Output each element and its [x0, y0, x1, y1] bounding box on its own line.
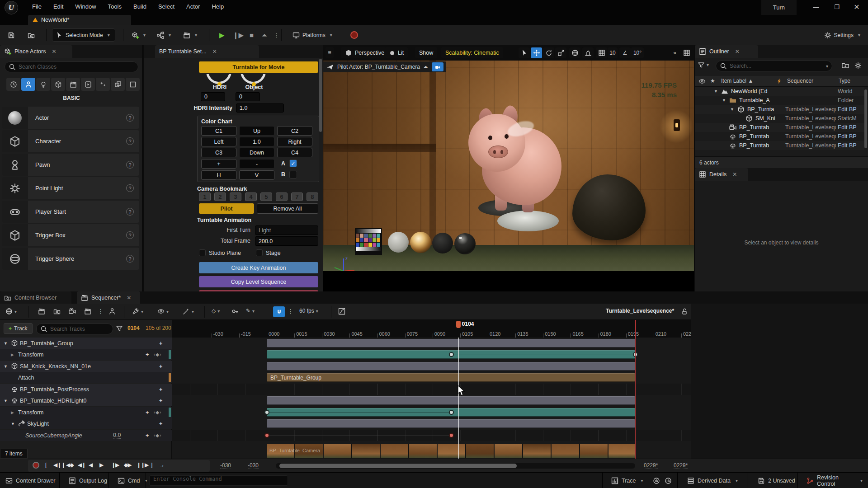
playback-options-icon[interactable]: ▾ — [183, 308, 194, 315]
expander-icon[interactable]: ▼ — [4, 364, 8, 369]
color-chart-c4-button[interactable]: C4 — [277, 148, 312, 157]
render-options-icon[interactable]: ⋮ — [98, 308, 104, 314]
timeline-ruler[interactable]: -030-01500000015003000450060007500900105… — [172, 320, 691, 338]
toolbar-overflow-icon[interactable]: » — [669, 47, 680, 58]
step-forward-icon[interactable]: ❙▶ — [111, 460, 119, 469]
derived-data-dropdown[interactable]: Derived Data▾ — [682, 473, 743, 488]
track-row-bp_turntable_group[interactable]: ▼BP_Turntable_Group+ — [0, 338, 172, 349]
play-forward-icon[interactable]: ▶ — [99, 460, 103, 469]
edit-bp-link[interactable]: Edit BP — [838, 124, 857, 131]
close-icon[interactable]: ✕ — [732, 171, 737, 178]
step-back-icon[interactable]: ◀❙ — [78, 460, 85, 469]
sequencer-timeline[interactable]: BP_Turntable_GroupBP_Turntable_Camera — [172, 338, 691, 459]
playhead-line[interactable] — [458, 338, 459, 459]
snap-icon[interactable] — [273, 306, 285, 317]
chart-a-checkbox[interactable]: ✓ — [289, 160, 297, 167]
edit-bp-link[interactable]: Edit BP — [838, 133, 857, 140]
first-turn-field[interactable]: Light — [255, 225, 318, 235]
platforms-dropdown[interactable]: Platforms▾ — [289, 28, 335, 42]
stage-checkbox[interactable] — [256, 249, 263, 256]
bookmark-8-button[interactable]: 8 — [307, 192, 318, 201]
go-to-front-icon[interactable]: [ — [45, 460, 46, 469]
timeline-row-attach[interactable]: BP_Turntable_Group — [172, 372, 691, 383]
restore-icon[interactable]: ❐ — [828, 0, 845, 14]
play-options-button[interactable]: ⋮ — [270, 28, 283, 42]
current-frame-value[interactable]: 0104 — [127, 325, 140, 331]
render-movie-icon[interactable] — [84, 308, 91, 315]
help-icon[interactable]: ? — [126, 255, 134, 263]
tab-bp-turntable[interactable]: BP Turntable Set... ✕ — [155, 45, 259, 58]
auto-key-icon[interactable] — [231, 308, 239, 315]
minimize-icon[interactable]: — — [807, 0, 825, 14]
studio-plane-checkbox[interactable] — [199, 249, 206, 256]
cinematics-button[interactable]: ▾ — [180, 28, 200, 42]
place-item-player-start[interactable]: Player Start? — [2, 201, 139, 223]
track-row-transform[interactable]: ▶Transform+‹◆› — [0, 349, 172, 360]
expander-icon[interactable]: ▼ — [730, 107, 734, 112]
visibility-column-icon[interactable] — [698, 78, 706, 85]
eject-button[interactable]: ⏶ — [259, 28, 270, 42]
lit-dropdown[interactable]: Lit — [385, 47, 408, 58]
total-frame-field[interactable]: 200.0 — [255, 236, 318, 246]
browse-content-button[interactable] — [24, 28, 38, 42]
help-icon[interactable]: ? — [126, 114, 134, 122]
view-range-start[interactable]: -030 — [220, 462, 231, 469]
close-icon[interactable]: ✕ — [848, 0, 865, 14]
help-icon[interactable]: ? — [126, 231, 134, 239]
track-value[interactable]: 0.0 — [113, 432, 121, 439]
record-icon[interactable] — [33, 460, 39, 469]
add-track-button[interactable]: +Track — [4, 323, 33, 334]
keyframe-nav-icons[interactable]: ‹◆› — [154, 433, 161, 438]
camera-icon[interactable] — [69, 308, 76, 315]
grid-snap-value[interactable]: 10 — [608, 47, 618, 58]
category-basic[interactable] — [21, 78, 35, 91]
category-geometry[interactable] — [111, 78, 125, 91]
rotate-tool-icon[interactable] — [543, 47, 554, 58]
move-tool-icon[interactable] — [531, 47, 542, 58]
column-type[interactable]: Type — [839, 78, 850, 84]
outliner-row[interactable]: BP_TurntabTurntable_LevelsequeEdit BP — [695, 141, 864, 150]
fast-forward-icon[interactable]: ❙❙▶ — [137, 460, 148, 469]
timeline-row-sourcecubemapangle[interactable] — [172, 430, 691, 441]
add-actor-button[interactable]: ▾ — [128, 28, 149, 42]
insights-icons[interactable] — [647, 473, 677, 488]
column-item-label[interactable]: Item Label ▲ — [721, 78, 753, 84]
outliner-settings-icon[interactable] — [854, 62, 862, 69]
edit-bp-link[interactable]: Edit BP — [838, 142, 857, 149]
outliner-row[interactable]: BP_TurntabTurntable_LevelsequeEdit BP — [695, 132, 864, 141]
working-range-start[interactable]: -030 — [248, 462, 259, 469]
pin-column-icon[interactable]: ★ — [710, 78, 715, 84]
turntable-scrollbar[interactable] — [319, 59, 322, 132]
color-chart-plus-button[interactable]: + — [201, 159, 236, 169]
place-item-actor[interactable]: Actor? — [2, 107, 139, 129]
sequencer-save-icon[interactable]: ▾ — [5, 308, 17, 315]
color-chart-1.0-button[interactable]: 1.0 — [239, 137, 274, 146]
menu-file[interactable]: File — [26, 0, 47, 13]
output-log-button[interactable]: Output Log — [63, 473, 113, 488]
keyframe-nav-icons[interactable]: ‹◆› — [154, 352, 161, 357]
bookmark-7-button[interactable]: 7 — [291, 192, 303, 201]
unreal-logo-icon[interactable]: U — [5, 1, 18, 14]
close-icon[interactable]: ✕ — [127, 295, 131, 301]
create-sequence-icon[interactable] — [38, 308, 45, 315]
help-icon[interactable]: ? — [126, 161, 134, 169]
tab-details[interactable]: Details✕ — [695, 168, 748, 181]
color-chart-down-button[interactable]: Down — [239, 148, 274, 157]
track-filter-icon[interactable] — [116, 325, 123, 332]
track-row-transform[interactable]: ▶Transform+‹◆› — [0, 407, 172, 418]
select-tool-icon[interactable] — [519, 47, 530, 58]
outliner-row[interactable]: ▼BP_TurntaTurntable_LevelsequeEdit BP — [695, 105, 864, 114]
unsaved-button[interactable]: 2 Unsaved — [752, 473, 801, 488]
sequencer-tools-icon[interactable]: ▾ — [132, 308, 143, 315]
revision-control-dropdown[interactable]: Revision Control▾ — [801, 473, 868, 488]
bookmark-6-button[interactable]: 6 — [276, 192, 288, 201]
expander-icon[interactable]: ▼ — [722, 98, 726, 103]
timeline-row-bp_turntable_postprocess[interactable] — [172, 384, 691, 395]
outliner-row[interactable]: ▼NewWorld (EdWorld — [695, 87, 864, 96]
save-button[interactable] — [5, 28, 18, 42]
go-to-end-icon[interactable]: ] — [151, 460, 152, 469]
skip-button[interactable]: ❙▶ — [230, 28, 247, 42]
play-button[interactable]: ▶ — [216, 28, 228, 42]
scalability-badge[interactable]: Scalability: Cinematic — [441, 47, 503, 58]
timeline-row-bp_turntable_group[interactable] — [172, 338, 691, 349]
